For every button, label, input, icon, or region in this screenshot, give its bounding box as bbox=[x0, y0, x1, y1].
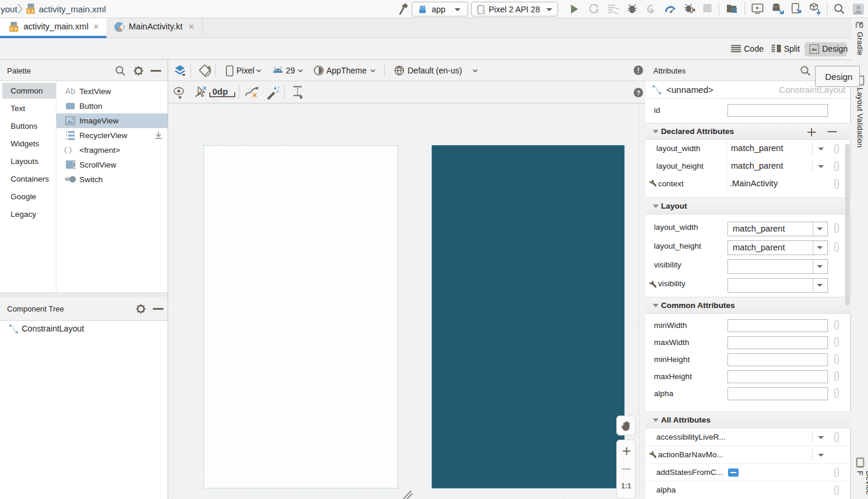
svg-text:?: ? bbox=[636, 89, 640, 96]
svg-text:A: A bbox=[595, 8, 599, 14]
